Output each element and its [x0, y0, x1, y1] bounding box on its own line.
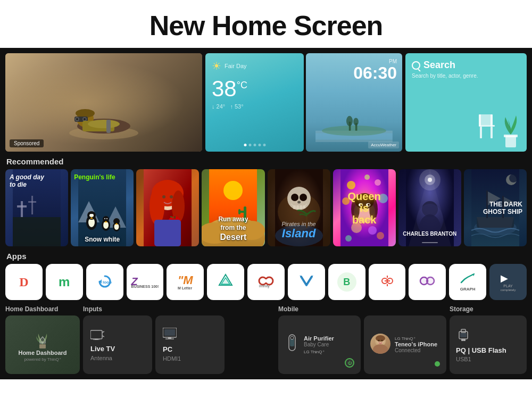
live-tv-icon [90, 328, 104, 343]
banner-middle: ☀ Fair Day 38°C ↓ 24° ↑ 53° [205, 53, 402, 152]
rec-card-penguins[interactable]: Penguin's life Snow white [71, 169, 134, 246]
rec-card-queen[interactable]: Queen is back [333, 169, 396, 246]
app-d-letter[interactable]: D [5, 264, 43, 300]
svg-rect-22 [480, 127, 482, 138]
weather-widget[interactable]: ☀ Fair Day 38°C ↓ 24° ↑ 53° [205, 53, 304, 152]
play-icon: ▶ PLAYcompletely [501, 272, 516, 292]
svg-point-102 [345, 235, 352, 242]
lg-thinq-badge: LG ThinQ⁺ [304, 350, 334, 354]
rec-card-good-day[interactable]: A good dayto die [5, 169, 68, 246]
storage-section-label: Storage [450, 305, 527, 313]
svg-point-135 [427, 277, 434, 285]
power-button[interactable]: ⏻ [345, 358, 354, 368]
clock-time: 06:30 [311, 64, 397, 81]
desert-text: Run awayfrom theDesert [202, 212, 264, 246]
temp-unit: °C [237, 80, 247, 90]
rings-svg [419, 273, 436, 288]
svg-point-11 [88, 120, 120, 128]
svg-rect-161 [463, 339, 466, 341]
banner-row: Sponsored ☀ Fair Day 38°C ↓ 24° ↑ 53° [5, 53, 527, 152]
iphone-avatar [370, 334, 390, 354]
svg-point-156 [381, 340, 383, 342]
svg-text:infinity: infinity [259, 284, 270, 288]
geometric-icon [218, 273, 233, 290]
weather-pagination-dots [244, 144, 265, 146]
app-link[interactable] [369, 264, 406, 300]
app-loop[interactable]: loop [86, 264, 123, 300]
apps-row: D m loop Z BUSINESS 100! [5, 264, 527, 300]
app-geometric[interactable] [207, 264, 244, 300]
search-widget[interactable]: Search Search by title, actor, genre. [405, 53, 527, 152]
svg-rect-26 [479, 114, 493, 125]
air-purifier-header: Air Purifier Baby Care LG ThinQ⁺ [285, 334, 354, 356]
svg-point-50 [106, 218, 107, 219]
rings-icon [419, 273, 436, 290]
svg-rect-28 [504, 135, 518, 137]
app-v[interactable] [288, 264, 325, 300]
svg-point-107 [428, 178, 432, 182]
svg-point-58 [149, 188, 164, 225]
rec-card-desert[interactable]: Run awayfrom theDesert [202, 169, 264, 246]
usb-icon [456, 327, 471, 345]
svg-rect-27 [505, 136, 516, 147]
svg-point-101 [368, 226, 377, 235]
pirates-text: Pirates in the Island [281, 221, 315, 240]
rec-card-pirates[interactable]: Pirates in the Island [268, 169, 330, 246]
banner-main[interactable]: Sponsored [5, 53, 202, 152]
weather-range: ↓ 24° ↑ 53° [212, 103, 297, 110]
app-business[interactable]: Z BUSINESS 100! [127, 264, 164, 300]
mobile-cards: Air Purifier Baby Care LG ThinQ⁺ ⏻ [278, 315, 446, 374]
tv-input-icon [90, 328, 104, 340]
pc-icon [163, 328, 177, 343]
home-dashboard-label: Home Dashboard [18, 350, 66, 356]
weather-dot-3 [253, 144, 256, 146]
svg-rect-149 [290, 339, 294, 346]
svg-point-120 [509, 174, 518, 182]
clock-widget[interactable]: PM 06:30 [306, 53, 402, 152]
storage-section: Storage PQ | USB Flash USB1 [450, 305, 527, 374]
infinity-icon: infinity [257, 273, 275, 290]
usb-svg [456, 327, 471, 342]
pc-card[interactable]: PC HDMI1 [155, 315, 225, 374]
storage-card[interactable]: PQ | USB Flash USB1 [450, 315, 527, 374]
svg-point-69 [223, 181, 243, 200]
svg-point-44 [92, 214, 94, 216]
svg-rect-12 [106, 120, 111, 133]
accuweather-badge: AccuWeather [368, 142, 399, 148]
app-b-letter[interactable]: B [328, 264, 365, 300]
inputs-section: Inputs Live TV Antenna [83, 305, 225, 374]
good-day-text: A good dayto die [10, 173, 44, 189]
link-svg [380, 273, 395, 288]
air-purifier-card[interactable]: Air Purifier Baby Care LG ThinQ⁺ ⏻ [278, 315, 361, 374]
svg-rect-159 [460, 333, 467, 337]
app-m-app[interactable]: m [46, 264, 83, 300]
app-m-letter[interactable]: "M M Letter [167, 264, 204, 300]
svg-point-77 [300, 194, 307, 201]
live-tv-card[interactable]: Live TV Antenna [83, 315, 152, 374]
thinq-label: powered by ThinQ⁺ [24, 357, 61, 362]
iphone-card[interactable]: LG ThinQ⁺ Teneo's iPhone Connected [364, 315, 446, 374]
app-rings[interactable] [409, 264, 446, 300]
svg-point-16 [322, 126, 386, 136]
rec-card-snow-white[interactable] [136, 169, 199, 246]
svg-rect-138 [41, 341, 44, 343]
svg-rect-127 [262, 279, 270, 283]
home-dashboard-card[interactable]: Home Dashboard powered by ThinQ⁺ [5, 315, 80, 374]
app-graph[interactable]: GRAPH [449, 264, 486, 300]
app-play[interactable]: ▶ PLAYcompletely [489, 264, 527, 300]
weather-condition: ☀ Fair Day [212, 60, 297, 72]
svg-rect-32 [31, 196, 33, 214]
rec-card-ghost-ship[interactable]: THE DARKGHOST SHIP [464, 169, 527, 246]
svg-point-76 [291, 194, 298, 201]
iphone-header: LG ThinQ⁺ Teneo's iPhone Connected [370, 334, 440, 356]
svg-rect-34 [13, 217, 61, 246]
link-icon [380, 273, 395, 290]
app-infinity[interactable]: infinity [247, 264, 285, 300]
page-title: New Home Screen [0, 10, 532, 41]
v-svg [299, 273, 314, 288]
svg-point-103 [377, 232, 384, 239]
rec-card-charles[interactable]: CHARLES BRANTON [398, 169, 461, 246]
svg-rect-33 [28, 201, 36, 203]
svg-rect-30 [21, 201, 23, 217]
apps-label: Apps [6, 252, 527, 261]
